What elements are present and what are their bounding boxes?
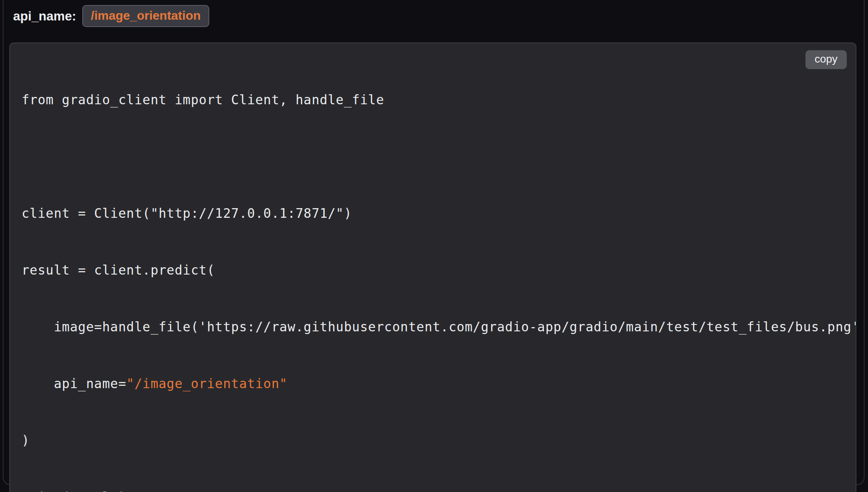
code-line: from gradio_client import Client, handle…: [22, 90, 856, 109]
code-line: result = client.predict(: [22, 261, 856, 280]
code-line: ): [22, 431, 856, 450]
code-line: print(result): [22, 488, 856, 492]
code-snippet-block: from gradio_client import Client, handle…: [9, 42, 856, 492]
code-api-name-prefix: api_name=: [22, 376, 126, 391]
code-line: image=handle_file('https://raw.githubuse…: [22, 317, 856, 336]
python-code: from gradio_client import Client, handle…: [22, 53, 856, 492]
code-line: [22, 147, 856, 166]
api-name-row: api_name: /image_orientation: [0, 0, 868, 27]
copy-button[interactable]: copy: [805, 50, 847, 69]
code-line-api-name: api_name="/image_orientation": [22, 374, 856, 393]
code-api-name-string: "/image_orientation": [126, 376, 287, 391]
api-name-label: api_name:: [13, 9, 76, 24]
code-line: client = Client("http://127.0.0.1:7871/"…: [22, 204, 856, 223]
api-endpoint-badge: /image_orientation: [82, 5, 209, 27]
